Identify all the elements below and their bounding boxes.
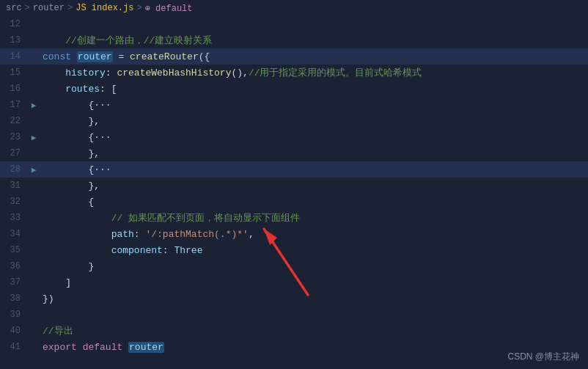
breadcrumb-src: src: [6, 3, 22, 13]
fold-arrow-28[interactable]: ▶: [28, 165, 40, 175]
code-line-14: 14 const router = createRouter({: [0, 48, 588, 65]
code-line-41: 41 export default router: [0, 339, 588, 355]
code-line-12: 12: [0, 16, 588, 32]
code-editor: 12 13 //创建一个路由，//建立映射关系 14 const router …: [0, 16, 588, 369]
code-line-38: 38 }): [0, 291, 588, 307]
code-line-33: 33 // 如果匹配不到页面，将自动显示下面组件: [0, 210, 588, 226]
breadcrumb-export: ⊕ default: [145, 3, 193, 14]
code-line-15: 15 history: createWebHashHistory(),//用于指…: [0, 65, 588, 81]
code-line-22: 22 },: [0, 113, 588, 129]
code-line-37: 37 ]: [0, 274, 588, 291]
breadcrumb-router: router: [33, 3, 65, 13]
code-line-36: 36 }: [0, 258, 588, 274]
code-line-40: 40 //导出: [0, 323, 588, 339]
breadcrumb: src > router > JS index.js > ⊕ default: [0, 0, 588, 16]
code-line-13: 13 //创建一个路由，//建立映射关系: [0, 32, 588, 48]
fold-arrow-23[interactable]: ▶: [28, 133, 40, 142]
code-line-34: 34 path: '/:pathMatch(.*)*',: [0, 226, 588, 242]
fold-arrow-17[interactable]: ▶: [28, 101, 40, 110]
breadcrumb-file: JS index.js: [76, 3, 133, 13]
csdn-watermark: CSDN @博主花神: [507, 351, 579, 363]
code-line-31: 31 },: [0, 178, 588, 194]
code-line-32: 32 {: [0, 194, 588, 210]
code-line-28: 28 ▶ {···: [0, 161, 588, 178]
code-line-27: 27 },: [0, 145, 588, 161]
code-line-16: 16 routes: [: [0, 81, 588, 97]
code-line-39: 39: [0, 307, 588, 323]
code-line-17: 17 ▶ {···: [0, 97, 588, 113]
code-line-23: 23 ▶ {···: [0, 129, 588, 145]
code-line-35: 35 component: Three: [0, 242, 588, 258]
